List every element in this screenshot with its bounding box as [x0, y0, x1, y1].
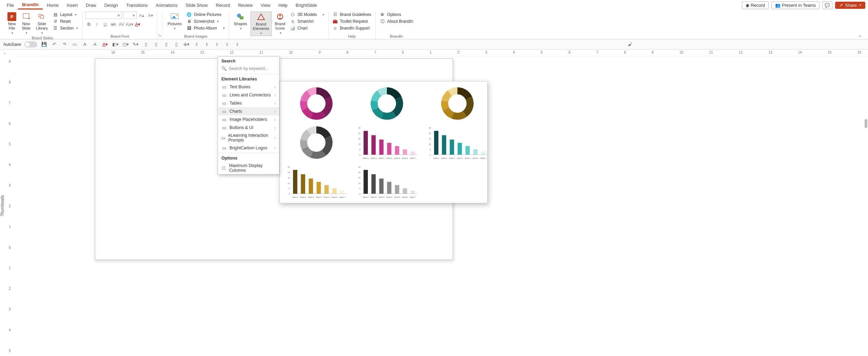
vertical-ruler[interactable]: 987654321012345 — [7, 56, 16, 356]
shape-outline-qat[interactable]: ◫▾ — [122, 41, 129, 48]
gallery-chart-7[interactable]: 0510152025Value 1Value 2Value 3Value 4Va… — [356, 163, 418, 200]
dropdown-options-header: Options — [218, 154, 279, 162]
photo-album-button[interactable]: 🖼Photo Album▾ — [185, 25, 226, 31]
tab-draw[interactable]: Draw — [82, 1, 100, 9]
section-button[interactable]: ☰Section▾ — [51, 25, 79, 31]
shadow-button[interactable]: AV — [118, 20, 125, 28]
dropdown-max-columns[interactable]: ☷ Maximum Display Columns — [218, 162, 279, 174]
present-teams-button[interactable]: 👥Present in Teams — [771, 1, 820, 9]
align-1[interactable]: ▯ — [142, 41, 149, 48]
font-dialog-launcher-icon[interactable]: ↘ — [158, 33, 161, 38]
gallery-chart-3[interactable] — [285, 125, 348, 161]
dropdown-item-lines-and-connectors[interactable]: ▭Lines and Connectors› — [218, 91, 279, 99]
about-brandin-button[interactable]: ⓘAbout BrandIn — [378, 18, 415, 24]
dropdown-item-elearning-interaction-prompts[interactable]: ▭eLearning Interaction Prompts› — [218, 132, 279, 144]
reset-button[interactable]: ↺Reset — [51, 18, 79, 24]
gallery-chart-6[interactable]: 0510152025Value 1Value 2Value 3Value 4Va… — [285, 163, 348, 200]
layout-button[interactable]: ▤Layout▾ — [51, 12, 79, 18]
svg-rect-8 — [240, 16, 243, 19]
tab-transitions[interactable]: Transitions — [122, 1, 152, 9]
comments-button[interactable]: 💬 — [822, 1, 832, 9]
brand-icons-button[interactable]: Brand Icons▾ — [273, 12, 288, 35]
brandin-support-button[interactable]: ☺BrandIn Support — [331, 25, 373, 31]
gallery-chart-1[interactable] — [356, 86, 418, 122]
slide-library-button[interactable]: Slide Library▾ — [34, 12, 50, 35]
tab-brandin[interactable]: BrandIn — [18, 1, 43, 10]
align-9[interactable]: ⫴ — [224, 41, 231, 48]
underline-button[interactable]: U — [101, 20, 109, 28]
align-10[interactable]: ⫴ — [234, 41, 241, 48]
online-pictures-button[interactable]: 🌐Online Pictures — [185, 12, 226, 18]
vertical-scrollbar[interactable] — [865, 119, 867, 128]
tab-animations[interactable]: Animations — [152, 1, 181, 9]
tab-slideshow[interactable]: Slide Show — [182, 1, 212, 9]
highlight-qat[interactable]: ✎▾ — [132, 41, 139, 48]
align-8[interactable]: ⫴ — [214, 41, 220, 48]
dropdown-item-brightcarbon-logos[interactable]: ▭BrightCarbon Logos› — [218, 144, 279, 152]
tab-design[interactable]: Design — [100, 1, 122, 9]
tab-review[interactable]: Review — [234, 1, 257, 9]
options-button[interactable]: ⚙Options — [378, 12, 415, 18]
undo-button[interactable]: ↶ — [51, 41, 58, 48]
italic-button[interactable]: I — [93, 20, 101, 28]
gallery-chart-2[interactable] — [426, 86, 489, 122]
format-painter-button[interactable]: A — [81, 41, 88, 48]
align-6[interactable]: ⫴ — [193, 41, 200, 48]
tab-brightslide[interactable]: BrightSlide — [292, 1, 321, 9]
font-size-combo[interactable]: ▾ — [123, 12, 137, 19]
font-color-qat[interactable]: A▾ — [102, 41, 108, 48]
tab-home[interactable]: Home — [43, 1, 63, 9]
shape-fill-qat[interactable]: ◧▾ — [112, 41, 119, 48]
dropdown-item-charts[interactable]: ▭Charts› — [218, 107, 279, 115]
font-name-combo[interactable]: ▾ — [85, 12, 122, 19]
3d-models-button[interactable]: ⬡3D Models▾ — [289, 12, 325, 18]
shapes-button[interactable]: Shapes▾ — [232, 12, 249, 31]
align-5[interactable]: ⊕▾ — [183, 41, 190, 48]
smartart-button[interactable]: ⎋SmartArt — [289, 18, 325, 24]
dropdown-item-tables[interactable]: ▭Tables› — [218, 99, 279, 107]
screenshot-icon: 🖥 — [186, 19, 192, 24]
gallery-chart-0[interactable] — [285, 86, 348, 122]
toolkit-request-button[interactable]: 🧰Toolkit Request — [331, 18, 373, 24]
gallery-chart-5[interactable]: 0510152025Value 1Value 2Value 3Value 4Va… — [426, 125, 489, 161]
thumbnails-expand-button[interactable]: › — [0, 50, 9, 56]
increase-font-button[interactable]: A▴ — [138, 12, 145, 19]
strike-button[interactable]: ab — [110, 20, 117, 28]
save-button[interactable]: 💾 — [41, 41, 47, 48]
tab-file[interactable]: File — [3, 1, 18, 9]
bold-button[interactable]: B — [85, 20, 93, 28]
brand-elements-button[interactable]: Brand Elements▾ — [251, 12, 272, 36]
redo-button[interactable]: ↷ — [61, 41, 68, 48]
align-7[interactable]: ⫴ — [203, 41, 210, 48]
new-file-button[interactable]: P New File▾ — [5, 12, 18, 35]
chart-button[interactable]: 📊Chart — [289, 25, 325, 31]
slideshow-start-button[interactable]: ▭ — [71, 41, 78, 48]
brand-guidelines-button[interactable]: ☷Brand Guidelines — [331, 12, 373, 18]
thumbnails-panel-label[interactable]: Thumbnails — [0, 56, 7, 356]
horizontal-ruler[interactable]: 1615141312111098761234567891011121314151… — [16, 50, 868, 56]
ribbon-collapse-button[interactable]: ⌄ — [855, 11, 865, 39]
dropdown-item-text-boxes[interactable]: ▭Text Boxes› — [218, 83, 279, 91]
new-slide-button[interactable]: + New Slide▾ — [20, 12, 33, 35]
clear-format-button[interactable]: 🖌 — [627, 41, 633, 48]
font-color-button[interactable]: A▾ — [134, 20, 141, 28]
spacing-button[interactable]: Aa▾ — [126, 20, 133, 28]
dropdown-item-buttons-ui[interactable]: ▭Buttons & UI› — [218, 124, 279, 132]
dropdown-item-image-placeholders[interactable]: ▭Image Placeholders› — [218, 115, 279, 124]
screenshot-button[interactable]: 🖥Screenshot▾ — [185, 18, 226, 24]
decrease-font-button[interactable]: A▾ — [147, 12, 154, 19]
tab-help[interactable]: Help — [274, 1, 292, 9]
qat-btn-1[interactable]: A — [92, 41, 98, 48]
dropdown-search-input[interactable]: 🔍 Search by keyword... — [218, 65, 279, 73]
autosave-toggle[interactable] — [24, 41, 37, 48]
record-button[interactable]: ◉Record — [742, 1, 769, 9]
gallery-chart-4[interactable]: 0510152025Value 1Value 2Value 3Value 4Va… — [356, 125, 418, 161]
align-4[interactable]: ▯ — [173, 41, 180, 48]
align-2[interactable]: ▯ — [153, 41, 159, 48]
tab-insert[interactable]: Insert — [63, 1, 82, 9]
tab-record[interactable]: Record — [212, 1, 234, 9]
share-button[interactable]: ↗Share▾ — [835, 2, 865, 9]
tab-view[interactable]: View — [257, 1, 274, 9]
pictures-button[interactable]: Pictures▾ — [165, 12, 184, 31]
align-3[interactable]: ▯ — [163, 41, 170, 48]
